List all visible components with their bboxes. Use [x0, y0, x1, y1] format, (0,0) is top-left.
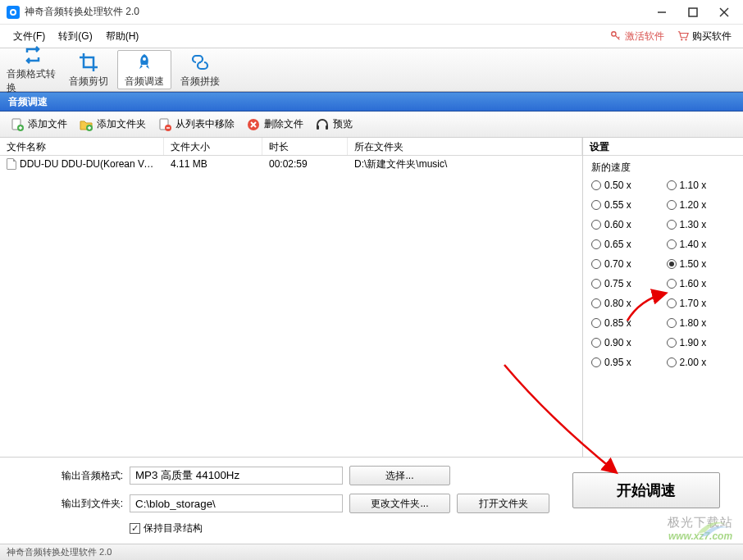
- radio-icon: [667, 259, 677, 269]
- remove-from-list-button[interactable]: 从列表中移除: [153, 115, 239, 134]
- speed-value: 0.50 x: [604, 180, 631, 191]
- radio-icon: [667, 200, 677, 210]
- speed-option[interactable]: 1.70 x: [667, 298, 736, 309]
- speed-option[interactable]: 0.50 x: [591, 180, 660, 191]
- tool-trim-label: 音频剪切: [69, 75, 108, 89]
- status-bar: 神奇音频转换处理软件 2.0: [0, 544, 743, 560]
- output-folder-input[interactable]: [130, 494, 343, 512]
- svg-rect-19: [326, 125, 328, 130]
- speed-value: 0.60 x: [604, 219, 631, 230]
- speed-value: 1.50 x: [680, 258, 707, 270]
- speed-option[interactable]: 1.80 x: [667, 317, 736, 329]
- speed-option[interactable]: 1.40 x: [667, 239, 736, 250]
- preview-label: 预览: [333, 117, 353, 131]
- speed-value: 0.80 x: [604, 298, 631, 309]
- speed-option[interactable]: 1.10 x: [667, 180, 736, 191]
- output-format-input[interactable]: [130, 467, 343, 485]
- speed-option[interactable]: 2.00 x: [667, 357, 736, 368]
- radio-icon: [591, 239, 601, 249]
- start-button[interactable]: 开始调速: [572, 472, 720, 508]
- file-icon: [7, 158, 16, 170]
- remove-label: 从列表中移除: [175, 117, 235, 131]
- add-folder-label: 添加文件夹: [97, 117, 146, 131]
- svg-point-11: [143, 57, 146, 61]
- speed-option[interactable]: 1.60 x: [667, 278, 736, 289]
- action-bar: 添加文件 添加文件夹 从列表中移除 删除文件 预览: [0, 112, 743, 138]
- add-file-label: 添加文件: [28, 117, 67, 131]
- radio-icon: [667, 298, 677, 308]
- rocket-icon: [134, 52, 155, 73]
- speed-value: 1.10 x: [680, 180, 707, 191]
- menu-help[interactable]: 帮助(H): [99, 26, 146, 47]
- add-folder-button[interactable]: 添加文件夹: [74, 115, 151, 134]
- convert-icon: [22, 44, 43, 66]
- svg-rect-3: [689, 8, 697, 16]
- speed-option[interactable]: 1.30 x: [667, 219, 736, 230]
- col-header-name[interactable]: 文件名称: [0, 138, 164, 155]
- speed-option[interactable]: 0.80 x: [591, 298, 660, 309]
- open-folder-button[interactable]: 打开文件夹: [457, 494, 549, 513]
- radio-icon: [667, 220, 677, 230]
- preview-button[interactable]: 预览: [310, 115, 358, 134]
- menu-goto[interactable]: 转到(G): [52, 26, 98, 47]
- svg-point-9: [681, 39, 682, 40]
- status-text: 神奇音频转换处理软件 2.0: [7, 546, 112, 558]
- activate-link[interactable]: 激活软件: [605, 28, 669, 45]
- speed-option[interactable]: 0.85 x: [591, 317, 660, 329]
- headphones-icon: [315, 117, 330, 132]
- tool-trim[interactable]: 音频剪切: [62, 50, 116, 89]
- speed-value: 0.75 x: [604, 278, 631, 289]
- select-format-button[interactable]: 选择...: [349, 466, 450, 485]
- speed-option[interactable]: 1.90 x: [667, 337, 736, 348]
- col-header-size[interactable]: 文件大小: [164, 138, 262, 155]
- close-button[interactable]: [718, 7, 730, 18]
- svg-rect-18: [317, 125, 319, 130]
- speed-value: 0.70 x: [604, 258, 631, 270]
- speed-option[interactable]: 0.60 x: [591, 219, 660, 230]
- radio-icon: [667, 279, 677, 289]
- keep-structure-checkbox[interactable]: [130, 523, 140, 534]
- speed-option[interactable]: 0.70 x: [591, 258, 660, 270]
- speed-option[interactable]: 0.55 x: [591, 199, 660, 211]
- buy-label: 购买软件: [692, 30, 732, 43]
- delete-file-button[interactable]: 删除文件: [241, 115, 308, 134]
- tool-join[interactable]: 音频拼接: [173, 50, 227, 89]
- file-size: 4.11 MB: [164, 157, 262, 171]
- tool-speed[interactable]: 音频调速: [117, 50, 171, 89]
- col-header-duration[interactable]: 时长: [262, 138, 348, 155]
- delete-icon: [246, 117, 261, 132]
- menu-file[interactable]: 文件(F): [7, 26, 52, 47]
- buy-link[interactable]: 购买软件: [672, 28, 736, 45]
- minimize-button[interactable]: [656, 7, 668, 18]
- radio-icon: [591, 318, 601, 328]
- crop-icon: [78, 52, 99, 73]
- speed-option[interactable]: 0.95 x: [591, 357, 660, 368]
- speed-value: 2.00 x: [680, 357, 707, 368]
- speed-option[interactable]: 1.20 x: [667, 199, 736, 211]
- speed-value: 1.40 x: [680, 239, 707, 250]
- tool-format-convert[interactable]: 音频格式转换: [6, 50, 60, 89]
- key-icon: [610, 30, 622, 42]
- col-header-folder[interactable]: 所在文件夹: [348, 138, 582, 155]
- add-file-button[interactable]: 添加文件: [5, 115, 72, 134]
- file-name: DDU-DU DDU-DU(Korean Ver....: [20, 158, 163, 170]
- maximize-button[interactable]: [687, 7, 699, 18]
- output-folder-label: 输出到文件夹:: [41, 497, 123, 511]
- file-row[interactable]: DDU-DU DDU-DU(Korean Ver.... 4.11 MB 00:…: [0, 156, 582, 172]
- speed-option[interactable]: 0.90 x: [591, 337, 660, 348]
- speed-option[interactable]: 1.50 x: [667, 258, 736, 270]
- speed-option[interactable]: 0.65 x: [591, 239, 660, 250]
- cart-icon: [677, 30, 689, 42]
- tool-format-label: 音频格式转换: [7, 67, 59, 95]
- window-title: 神奇音频转换处理软件 2.0: [25, 5, 139, 19]
- speed-value: 0.85 x: [604, 317, 631, 329]
- section-title: 音频调速: [8, 95, 48, 109]
- change-folder-button[interactable]: 更改文件夹...: [349, 494, 450, 513]
- menu-bar: 文件(F) 转到(G) 帮助(H) 激活软件 购买软件: [0, 25, 743, 48]
- tool-speed-label: 音频调速: [125, 75, 164, 89]
- radio-icon: [591, 279, 601, 289]
- speed-option[interactable]: 0.75 x: [591, 278, 660, 289]
- svg-point-1: [11, 11, 15, 14]
- radio-icon: [591, 200, 601, 210]
- radio-icon: [591, 298, 601, 308]
